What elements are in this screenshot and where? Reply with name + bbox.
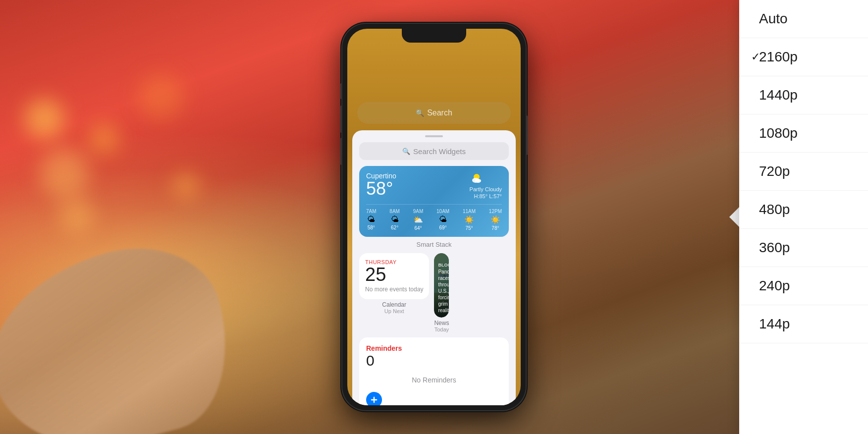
quality-option-2160p[interactable]: ✓ 2160p: [739, 38, 868, 76]
spotlight-search-bar[interactable]: 🔍 Search: [357, 102, 511, 124]
news-thumbnail: Bloomberg Pandemic races through U.S., f…: [434, 253, 449, 318]
widget-row-cal-news: THURSDAY 25 No more events today Calenda…: [359, 253, 509, 332]
bokeh-light: [25, 99, 64, 139]
forecast-icon: 🌤: [391, 215, 399, 224]
weather-top-row: Cupertino 58°: [366, 172, 502, 200]
forecast-time: 10AM: [436, 209, 449, 214]
forecast-temp: 78°: [491, 225, 499, 231]
weather-temperature: 58°: [366, 180, 396, 198]
volume-down-button[interactable]: [340, 138, 342, 165]
forecast-temp: 58°: [368, 225, 375, 230]
forecast-time: 11AM: [463, 209, 476, 214]
weather-forecast-row: 7AM 🌤 58° 8AM 🌤 62° 9AM ⛅ 64°: [366, 204, 502, 231]
quality-label-720p: 720p: [759, 163, 790, 179]
forecast-time: 9AM: [413, 209, 424, 214]
reminders-fab-button[interactable]: [366, 392, 382, 405]
reminders-count: 0: [366, 353, 502, 368]
search-placeholder: Search: [427, 108, 452, 117]
search-widgets-icon: 🔍: [402, 148, 410, 155]
forecast-12pm: 12PM ☀️ 78°: [489, 209, 502, 231]
news-widget-container: Bloomberg Pandemic races through U.S., f…: [434, 253, 449, 332]
quality-label-240p: 240p: [759, 278, 790, 294]
weather-condition-icon: [470, 172, 484, 186]
mute-button[interactable]: [340, 83, 342, 99]
bokeh-light: [59, 198, 94, 233]
quality-label-1080p: 1080p: [759, 125, 798, 141]
forecast-icon: ☀️: [490, 215, 500, 224]
forecast-icon: 🌤: [367, 215, 375, 224]
news-label: News: [434, 320, 449, 326]
bokeh-light: [173, 173, 198, 198]
forecast-9am: 9AM ⛅ 64°: [413, 209, 424, 231]
news-sublabel: Today: [434, 326, 449, 332]
power-button[interactable]: [526, 115, 528, 155]
quality-label-1440p: 1440p: [759, 87, 798, 103]
forecast-icon: ⛅: [413, 215, 423, 224]
forecast-time: 12PM: [489, 209, 502, 214]
phone-notch: [402, 29, 466, 43]
widgets-panel: 🔍 Search Widgets Cupertino 58°: [352, 130, 516, 405]
panel-arrow-indicator: [729, 207, 739, 227]
no-reminders-text: No Reminders: [366, 372, 502, 388]
phone-mockup: 🔍 Search 🔍 Search Widgets Cupertino: [342, 24, 526, 410]
svg-point-2: [475, 179, 481, 183]
quality-checkmark-2160p: ✓: [751, 51, 760, 63]
volume-up-button[interactable]: [340, 106, 342, 133]
quality-menu-panel: Auto ✓ 2160p 1440p 1080p 720p 480p 360p …: [739, 0, 868, 434]
search-widgets-placeholder: Search Widgets: [413, 147, 466, 156]
quality-option-144p[interactable]: 144p: [739, 305, 868, 343]
calendar-widget-container: THURSDAY 25 No more events today Calenda…: [359, 253, 429, 332]
forecast-icon: ☀️: [464, 215, 474, 224]
search-icon: 🔍: [416, 109, 424, 117]
forecast-10am: 10AM 🌤 69°: [436, 209, 449, 231]
forecast-temp: 62°: [391, 225, 398, 230]
quality-label-144p: 144p: [759, 316, 790, 332]
quality-option-480p[interactable]: 480p: [739, 191, 868, 229]
quality-label-2160p: 2160p: [759, 49, 798, 65]
news-widget[interactable]: Bloomberg Pandemic races through U.S., f…: [434, 253, 449, 318]
forecast-temp: 75°: [465, 225, 473, 231]
news-source: Bloomberg: [438, 263, 445, 268]
calendar-widget[interactable]: THURSDAY 25 No more events today: [359, 253, 429, 300]
news-overlay: Bloomberg Pandemic races through U.S., f…: [434, 259, 449, 318]
forecast-temp: 64°: [414, 225, 422, 231]
quality-label-auto: Auto: [759, 11, 788, 27]
quality-label-480p: 480p: [759, 202, 790, 217]
weather-widget[interactable]: Cupertino 58°: [359, 166, 509, 237]
reminders-title: Reminders: [366, 344, 502, 352]
smart-stack-label: Smart Stack: [359, 241, 509, 248]
phone-screen: 🔍 Search 🔍 Search Widgets Cupertino: [347, 29, 521, 405]
calendar-sublabel: Up Next: [359, 308, 429, 314]
quality-option-auto[interactable]: Auto: [739, 0, 868, 38]
calendar-no-events: No more events today: [365, 286, 423, 294]
calendar-label: Calendar: [359, 301, 429, 308]
reminders-widget[interactable]: Reminders 0 No Reminders: [359, 337, 509, 405]
forecast-time: 7AM: [366, 209, 377, 214]
search-widgets-bar[interactable]: 🔍 Search Widgets: [359, 142, 509, 160]
quality-label-360p: 360p: [759, 240, 790, 256]
phone-frame: 🔍 Search 🔍 Search Widgets Cupertino: [342, 24, 526, 410]
drag-handle[interactable]: [425, 135, 443, 137]
quality-option-720p[interactable]: 720p: [739, 153, 868, 191]
forecast-8am: 8AM 🌤 62°: [389, 209, 400, 231]
weather-condition-text: Partly Cloudy H:85° L:57°: [470, 186, 502, 200]
news-headline: Pandemic races through U.S., forcing gri…: [438, 269, 445, 314]
forecast-7am: 7AM 🌤 58°: [366, 209, 377, 231]
quality-option-240p[interactable]: 240p: [739, 267, 868, 305]
forecast-time: 8AM: [389, 209, 400, 214]
bokeh-light: [89, 124, 119, 154]
bokeh-light: [40, 149, 89, 198]
forecast-temp: 69°: [439, 225, 447, 230]
forecast-11am: 11AM ☀️ 75°: [463, 209, 476, 231]
calendar-date: 25: [365, 265, 423, 284]
quality-option-1440p[interactable]: 1440p: [739, 76, 868, 114]
bokeh-light: [139, 74, 183, 119]
quality-option-360p[interactable]: 360p: [739, 229, 868, 267]
quality-option-1080p[interactable]: 1080p: [739, 114, 868, 153]
forecast-icon: 🌤: [439, 215, 447, 224]
